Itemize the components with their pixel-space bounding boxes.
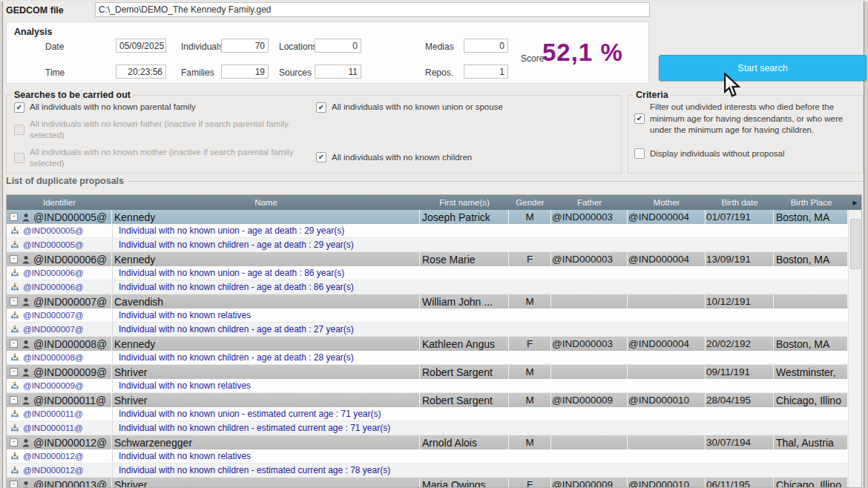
families-field[interactable]: 19 bbox=[221, 65, 269, 79]
gedcom-file-label: GEDCOM file bbox=[6, 5, 64, 16]
identifier: @IND000006@ bbox=[23, 268, 84, 277]
identifier: @IND000005@ bbox=[23, 240, 84, 249]
column-header[interactable]: Birth Place bbox=[774, 195, 849, 210]
gender: M bbox=[509, 435, 551, 449]
checkbox-option: ✔Filter out undivided interests who died… bbox=[634, 102, 857, 136]
proposal-detail-row[interactable]: @IND000006@Individual with no known chil… bbox=[7, 280, 848, 294]
proposal-description: Individual with no known union - age at … bbox=[112, 224, 848, 237]
column-header[interactable]: Birth date bbox=[706, 195, 774, 210]
checked-checkbox-icon[interactable]: ✔ bbox=[14, 102, 24, 113]
checkbox-label: All individuals with no known mother (in… bbox=[30, 147, 296, 170]
proposal-detail-row[interactable]: @IND000007@Individual with no known chil… bbox=[7, 323, 848, 337]
mother-id: @IND000010 bbox=[628, 478, 706, 488]
surname: Schwarzenegger bbox=[112, 435, 420, 449]
proposal-detail-row[interactable]: @IND000006@Individual with no known unio… bbox=[7, 266, 848, 280]
gedcom-file-input[interactable]: C:\_Demo\DEMO_The Kennedy Family.ged bbox=[95, 2, 650, 17]
gender: M bbox=[509, 393, 551, 407]
scrollbar-thumb[interactable] bbox=[850, 219, 861, 269]
proposal-detail-row[interactable]: @IND000008@Individual with no known chil… bbox=[7, 351, 848, 365]
column-header[interactable]: Identifier bbox=[7, 195, 112, 210]
proposals-title: List of duplicate proposals bbox=[6, 176, 128, 186]
collapse-toggle-icon[interactable]: - bbox=[10, 213, 18, 221]
proposal-detail-row[interactable]: @IND000005@Individual with no known chil… bbox=[7, 238, 848, 252]
proposal-detail-row[interactable]: @IND000012@Individual with no known chil… bbox=[7, 464, 848, 478]
birth-date: 06/11/195 bbox=[706, 478, 774, 488]
checkbox-label: All individuals with no known union or s… bbox=[332, 102, 503, 113]
identifier: @IND000006@ bbox=[23, 283, 84, 291]
proposal-detail-row[interactable]: @IND000011@Individual with no known chil… bbox=[7, 421, 848, 435]
mother-id: @IND000010 bbox=[628, 393, 706, 407]
proposal-parent-row[interactable]: -@IND000013@ShriverMaria OwingsF@IND0000… bbox=[7, 478, 848, 488]
window-left-edge bbox=[0, 0, 3, 488]
checkbox-label: All individuals with no known father (in… bbox=[30, 119, 296, 142]
identifier: @IND000011@ bbox=[33, 395, 106, 406]
family-icon bbox=[10, 409, 19, 419]
column-header[interactable]: Gender bbox=[509, 195, 551, 210]
proposal-parent-row[interactable]: -@IND000012@SchwarzeneggerArnold AloisM3… bbox=[7, 435, 848, 449]
medias-field[interactable]: 0 bbox=[464, 39, 508, 53]
identifier: @IND000011@ bbox=[23, 409, 83, 418]
collapse-toggle-icon[interactable]: - bbox=[10, 255, 18, 263]
first-names: Robert Sargent bbox=[420, 365, 509, 379]
individuals-field[interactable]: 70 bbox=[221, 39, 269, 53]
birth-date: 01/07/191 bbox=[706, 210, 774, 224]
criteria-groupbox: Criteria ✔Filter out undivided interests… bbox=[628, 95, 864, 174]
sources-field[interactable]: 11 bbox=[315, 65, 361, 79]
proposal-parent-row[interactable]: -@IND000006@KennedyRose MarieF@IND000003… bbox=[7, 252, 848, 266]
repos-field[interactable]: 1 bbox=[464, 65, 508, 79]
birth-date: 28/04/195 bbox=[706, 393, 774, 407]
proposal-parent-row[interactable]: -@IND000008@KennedyKathleen AngusF@IND00… bbox=[7, 337, 848, 351]
proposal-detail-row[interactable]: @IND000011@Individual with no known unio… bbox=[7, 407, 848, 421]
collapse-toggle-icon[interactable]: - bbox=[10, 297, 18, 306]
column-header[interactable]: Mother bbox=[628, 195, 706, 210]
proposal-detail-row[interactable]: @IND000009@Individual with no known rela… bbox=[7, 379, 848, 393]
proposal-description: Individual with no known union - estimat… bbox=[112, 407, 848, 421]
checked-checkbox-icon[interactable]: ✔ bbox=[634, 113, 645, 124]
checked-checkbox-icon[interactable]: ✔ bbox=[316, 152, 326, 162]
identifier: @IND000012@ bbox=[23, 466, 84, 475]
identifier: @IND000009@ bbox=[33, 366, 107, 378]
vertical-scrollbar[interactable] bbox=[848, 210, 861, 488]
proposal-description: Individual with no known union - age at … bbox=[112, 266, 848, 280]
mother-id bbox=[628, 294, 706, 309]
date-field[interactable]: 05/09/2025 bbox=[116, 39, 166, 53]
proposal-detail-row[interactable]: @IND000012@Individual with no known rela… bbox=[7, 449, 848, 464]
proposal-parent-row[interactable]: -@IND000005@KennedyJoseph PatrickM@IND00… bbox=[7, 210, 848, 224]
proposal-parent-row[interactable]: -@IND000007@CavendishWilliam John ...M10… bbox=[7, 294, 848, 309]
start-search-button[interactable]: Start search bbox=[659, 55, 867, 81]
collapse-toggle-icon[interactable]: - bbox=[10, 396, 18, 404]
column-header[interactable]: First name(s) bbox=[420, 195, 509, 210]
column-header[interactable]: Name bbox=[112, 195, 420, 210]
locations-field[interactable]: 0 bbox=[315, 39, 361, 53]
person-icon bbox=[21, 254, 30, 264]
proposal-parent-row[interactable]: -@IND000009@ShriverRobert SargentM09/11/… bbox=[7, 365, 848, 379]
surname: Shriver bbox=[112, 393, 420, 407]
searches-groupbox: Searches to be carried out ✔All individu… bbox=[6, 95, 622, 174]
person-icon bbox=[21, 395, 30, 405]
checked-checkbox-icon[interactable]: ✔ bbox=[316, 102, 326, 113]
proposal-detail-row[interactable]: @IND000005@Individual with no known unio… bbox=[7, 224, 848, 238]
identifier: @IND000007@ bbox=[23, 311, 84, 320]
collapse-toggle-icon[interactable]: - bbox=[10, 340, 18, 348]
window-top-edge bbox=[0, 0, 868, 1]
mother-id: @IND000004 bbox=[628, 337, 706, 351]
checkbox-option: All individuals with no known father (in… bbox=[14, 119, 296, 142]
time-field[interactable]: 20:23:56 bbox=[116, 65, 166, 79]
unchecked-checkbox-icon bbox=[14, 125, 24, 135]
analysis-title: Analysis bbox=[14, 27, 52, 37]
checkbox-label: All individuals with no known children bbox=[332, 152, 472, 164]
identifier: @IND000011@ bbox=[23, 423, 83, 432]
birth-place: Boston, MA bbox=[774, 252, 848, 266]
collapse-toggle-icon[interactable]: - bbox=[10, 368, 18, 376]
collapse-toggle-icon[interactable]: - bbox=[10, 481, 18, 488]
identifier: @IND000006@ bbox=[33, 254, 107, 266]
column-header[interactable]: Father bbox=[551, 195, 628, 210]
searches-left-column: ✔All individuals with no known parental … bbox=[14, 102, 296, 175]
proposal-detail-row[interactable]: @IND000007@Individual with no known rela… bbox=[7, 309, 848, 323]
collapse-toggle-icon[interactable]: - bbox=[10, 438, 18, 446]
column-scroll-right-icon[interactable]: ▶ bbox=[849, 195, 861, 210]
proposal-parent-row[interactable]: -@IND000011@ShriverRobert SargentM@IND00… bbox=[7, 393, 848, 407]
identifier: @IND000007@ bbox=[23, 325, 84, 334]
identifier: @IND000012@ bbox=[33, 437, 107, 449]
unchecked-checkbox-icon[interactable] bbox=[634, 148, 645, 159]
